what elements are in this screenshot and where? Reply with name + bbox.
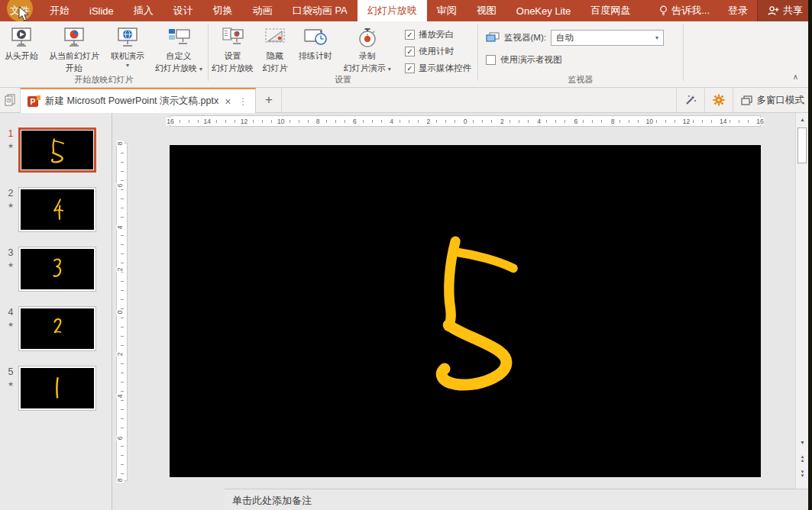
slide-number: 2 [5,188,16,199]
scrollbar-thumb[interactable] [797,128,807,163]
hide-slide-button[interactable]: 隐藏 幻灯片 [257,24,293,77]
ruler-number: 8 [116,141,124,147]
thumbnail-slide-surface [21,131,93,169]
slide-thumbnail-4[interactable] [18,306,96,351]
slide-meta: 5★ [5,366,16,388]
button-label: 联机演示 [111,51,144,62]
slide-thumbnail-2[interactable] [18,187,96,232]
slide-thumbnail-3[interactable] [18,247,96,292]
screen-edge-strip [808,0,812,510]
custom-slideshow-button[interactable]: 自定义 幻灯片放映 ▾ [150,24,208,77]
menu-tab-10[interactable]: 视图 [467,0,506,21]
setup-show-icon [221,25,245,50]
close-tab-icon[interactable]: × [223,95,232,108]
powerpoint-window: 文件开始iSlide插入设计切换动画口袋动画 PA幻灯片放映审阅视图OneKey… [0,0,812,510]
checkbox-label: 使用计时 [419,46,454,57]
ruler-number: 2 [500,118,505,125]
recent-docs-button[interactable] [0,88,21,112]
group-separator [683,24,684,81]
collapse-ribbon-button[interactable]: ∧ [793,73,798,81]
button-label-2: 幻灯片演示 ▾ [344,63,391,74]
record-slideshow-button[interactable]: 录制 幻灯片演示 ▾ [338,24,397,77]
ruler-number: 2 [116,351,124,357]
monitor-pie-icon [62,25,86,50]
vertical-scrollbar[interactable]: ▲ ▼ ▲▲ ▼▼ [795,113,808,489]
document-tab-bar: P 新建 Microsoft PowerPoint 演示文稿.pptx × ⋮ … [0,88,812,113]
slide-thumbnail-1[interactable] [18,128,96,173]
checkbox-row[interactable]: ✓使用计时 [405,46,471,57]
menu-tab-5[interactable]: 切换 [203,0,243,21]
thumbnail-digit-icon [50,137,65,163]
ribbon: 从头开始 从当前幻灯片 开始 联机演示 ▾ [0,21,812,88]
checkbox[interactable]: ✓ [405,30,415,40]
slide-thumbnail-5[interactable] [18,366,96,411]
button-label-2: 幻灯片放映 [212,63,254,74]
checkbox[interactable]: ✓ [405,63,415,73]
checkbox-row[interactable]: ✓显示媒体控件 [405,63,471,74]
vertical-ruler[interactable]: 864202468 [116,143,128,481]
animation-star-icon: ★ [5,380,16,388]
button-label: 从头开始 [5,51,38,62]
ruler-number: 10 [645,118,654,125]
thumbnail-slide-surface [21,368,94,408]
slide-digit-shape[interactable] [427,231,522,395]
ruler-number: 6 [573,118,578,125]
menu-tab-6[interactable]: 动画 [243,0,283,21]
menu-tab-11[interactable]: OneKey Lite [506,0,581,21]
monitor-dropdown[interactable]: 自动 ▾ [551,30,664,46]
slide-number: 1 [5,128,16,139]
from-beginning-button[interactable]: 从头开始 [0,24,43,77]
share-button[interactable]: 共享 [757,0,812,21]
menu-tab-8[interactable]: 幻灯片放映 [357,0,427,21]
ruler-number: 8 [610,118,616,125]
checkbox[interactable]: ✓ [405,47,415,56]
slide-canvas[interactable] [170,145,761,477]
thumbnail-digit-icon [50,316,65,342]
document-tab[interactable]: P 新建 Microsoft PowerPoint 演示文稿.pptx × ⋮ [21,88,256,113]
animation-star-icon: ★ [5,142,16,150]
notes-pane[interactable]: 单击此处添加备注 [225,489,812,510]
ruler-number: 16 [166,118,174,125]
tell-me-button[interactable]: 告诉我... [650,4,719,18]
slide-meta: 4★ [5,307,16,328]
tell-me-label: 告诉我... [671,4,710,18]
present-online-button[interactable]: 联机演示 ▾ [105,24,150,77]
magic-wand-button[interactable] [676,88,704,112]
set-up-slideshow-button[interactable]: 设置 幻灯片放映 [209,24,257,77]
multi-window-mode-button[interactable]: 多窗口模式 [733,88,812,112]
main-area: 1★2★3★4★5★ 1614121086420246810121416 864… [0,113,812,510]
dropdown-arrow-icon: ▾ [126,62,129,69]
ruler-number: 6 [116,183,124,189]
scroll-down-button[interactable]: ▼ [797,437,808,448]
menu-tab-1[interactable]: 开始 [40,0,79,21]
from-current-slide-button[interactable]: 从当前幻灯片 开始 [43,24,105,77]
menu-tab-4[interactable]: 设计 [163,0,203,21]
document-title: 新建 Microsoft PowerPoint 演示文稿.pptx [45,95,218,108]
menu-tab-2[interactable]: iSlide [79,0,124,21]
scroll-up-button[interactable]: ▲ [797,114,808,125]
sign-in-button[interactable]: 登录 [719,4,757,18]
slide-meta: 3★ [5,247,16,269]
slide-thumbnail-panel: 1★2★3★4★5★ [0,113,112,510]
next-slide-button[interactable]: ▼▼ [797,467,808,480]
menu-tab-7[interactable]: 口袋动画 PA [283,0,357,21]
slide-item-2: 2★ [0,187,112,232]
checkbox-row[interactable]: ✓播放旁白 [405,29,471,40]
horizontal-ruler[interactable]: 1614121086420246810121416 [170,115,761,127]
presenter-view-label: 使用演示者视图 [500,54,562,66]
presenter-view-checkbox[interactable] [486,55,496,65]
rehearse-timings-button[interactable]: 排练计时 [293,24,338,77]
group-label-monitors: 监视器 [478,74,683,86]
new-tab-button[interactable]: + [256,88,282,112]
ruler-number: 0 [116,309,124,315]
checkbox-label: 播放旁白 [419,29,454,40]
settings-button[interactable] [704,88,733,112]
tab-menu-icon[interactable]: ⋮ [237,96,249,107]
menu-tab-12[interactable]: 百度网盘 [581,0,640,21]
gear-icon [713,94,725,106]
record-stopwatch-icon [356,25,379,50]
previous-slide-button[interactable]: ▲▲ [797,452,808,465]
ruler-number: 16 [755,118,764,125]
menu-tab-3[interactable]: 插入 [124,0,163,21]
menu-tab-9[interactable]: 审阅 [427,0,467,21]
